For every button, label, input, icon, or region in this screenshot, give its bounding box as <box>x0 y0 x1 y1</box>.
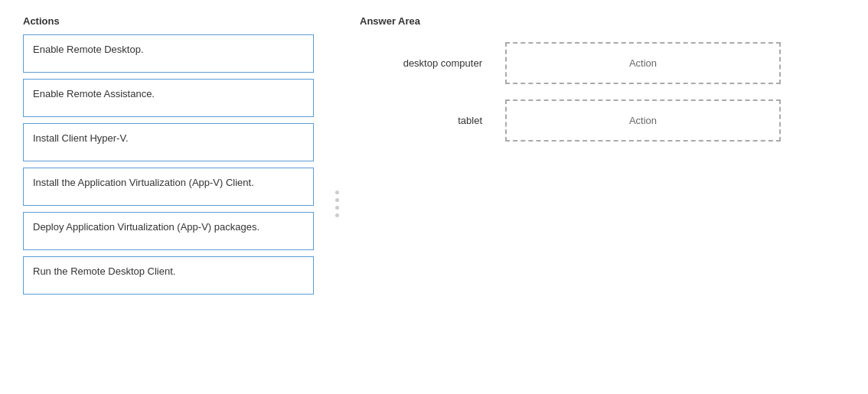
answer-drop-zone-2-placeholder: Action <box>629 115 657 126</box>
divider-dot-3 <box>335 206 339 210</box>
actions-panel: Actions Enable Remote Desktop. Enable Re… <box>23 15 314 301</box>
action-item-4-text: Install the Application Virtualization (… <box>33 176 254 190</box>
answer-row-1: desktop computer Action <box>375 42 845 84</box>
answer-label-2: tablet <box>375 115 482 126</box>
answer-drop-zone-2[interactable]: Action <box>505 99 781 142</box>
answer-panel: Answer Area desktop computer Action tabl… <box>360 15 845 301</box>
action-item-1-text: Enable Remote Desktop. <box>33 43 144 57</box>
action-item-4[interactable]: Install the Application Virtualization (… <box>23 168 314 206</box>
answer-row-2: tablet Action <box>375 99 845 142</box>
action-item-3-text: Install Client Hyper-V. <box>33 132 129 145</box>
divider <box>314 15 360 301</box>
actions-panel-title: Actions <box>23 15 314 27</box>
divider-dot-4 <box>335 213 339 217</box>
main-container: Actions Enable Remote Desktop. Enable Re… <box>23 15 845 301</box>
action-item-2-text: Enable Remote Assistance. <box>33 87 155 101</box>
divider-dot-2 <box>335 198 339 202</box>
action-item-5[interactable]: Deploy Application Virtualization (App-V… <box>23 212 314 250</box>
answer-drop-zone-1[interactable]: Action <box>505 42 781 84</box>
action-item-2[interactable]: Enable Remote Assistance. <box>23 79 314 117</box>
answer-rows: desktop computer Action tablet Action <box>360 42 845 142</box>
action-item-3[interactable]: Install Client Hyper-V. <box>23 123 314 161</box>
action-item-5-text: Deploy Application Virtualization (App-V… <box>33 220 259 234</box>
action-item-6[interactable]: Run the Remote Desktop Client. <box>23 256 314 295</box>
divider-dot-1 <box>335 190 339 194</box>
action-item-6-text: Run the Remote Desktop Client. <box>33 265 175 278</box>
answer-label-1: desktop computer <box>375 57 482 69</box>
answer-drop-zone-1-placeholder: Action <box>629 57 657 69</box>
action-item-1[interactable]: Enable Remote Desktop. <box>23 34 314 73</box>
answer-panel-title: Answer Area <box>360 15 845 27</box>
